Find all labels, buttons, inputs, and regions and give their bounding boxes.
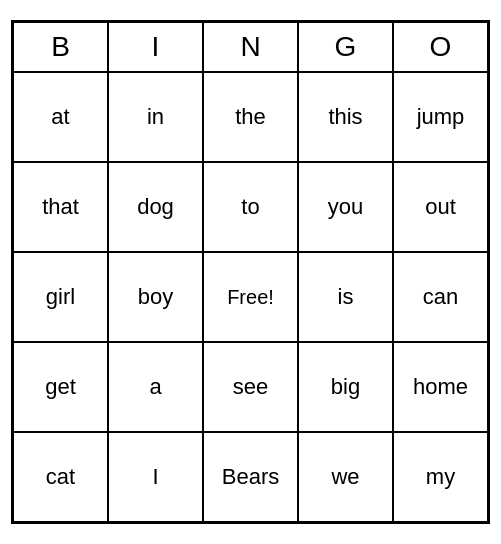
bingo-header: BINGO — [13, 22, 488, 72]
bingo-cell: we — [298, 432, 393, 522]
header-letter: B — [13, 22, 108, 72]
bingo-cell: dog — [108, 162, 203, 252]
header-letter: G — [298, 22, 393, 72]
bingo-cell: see — [203, 342, 298, 432]
bingo-cell: in — [108, 72, 203, 162]
bingo-row: thatdogtoyouout — [13, 162, 488, 252]
bingo-cell: the — [203, 72, 298, 162]
bingo-row: catIBearswemy — [13, 432, 488, 522]
bingo-cell: cat — [13, 432, 108, 522]
bingo-cell: jump — [393, 72, 488, 162]
header-letter: O — [393, 22, 488, 72]
bingo-cell: I — [108, 432, 203, 522]
bingo-cell: that — [13, 162, 108, 252]
bingo-cell: boy — [108, 252, 203, 342]
bingo-cell: a — [108, 342, 203, 432]
bingo-cell: girl — [13, 252, 108, 342]
bingo-grid: atinthethisjumpthatdogtoyououtgirlboyFre… — [13, 72, 488, 522]
bingo-row: atinthethisjump — [13, 72, 488, 162]
header-letter: N — [203, 22, 298, 72]
bingo-cell: get — [13, 342, 108, 432]
bingo-cell: big — [298, 342, 393, 432]
bingo-cell: you — [298, 162, 393, 252]
bingo-cell: this — [298, 72, 393, 162]
bingo-cell: can — [393, 252, 488, 342]
bingo-board: BINGO atinthethisjumpthatdogtoyououtgirl… — [11, 20, 490, 524]
bingo-cell: Free! — [203, 252, 298, 342]
bingo-cell: at — [13, 72, 108, 162]
bingo-cell: to — [203, 162, 298, 252]
bingo-cell: my — [393, 432, 488, 522]
header-letter: I — [108, 22, 203, 72]
bingo-cell: out — [393, 162, 488, 252]
bingo-cell: home — [393, 342, 488, 432]
bingo-row: girlboyFree!iscan — [13, 252, 488, 342]
bingo-row: getaseebighome — [13, 342, 488, 432]
bingo-cell: Bears — [203, 432, 298, 522]
bingo-cell: is — [298, 252, 393, 342]
